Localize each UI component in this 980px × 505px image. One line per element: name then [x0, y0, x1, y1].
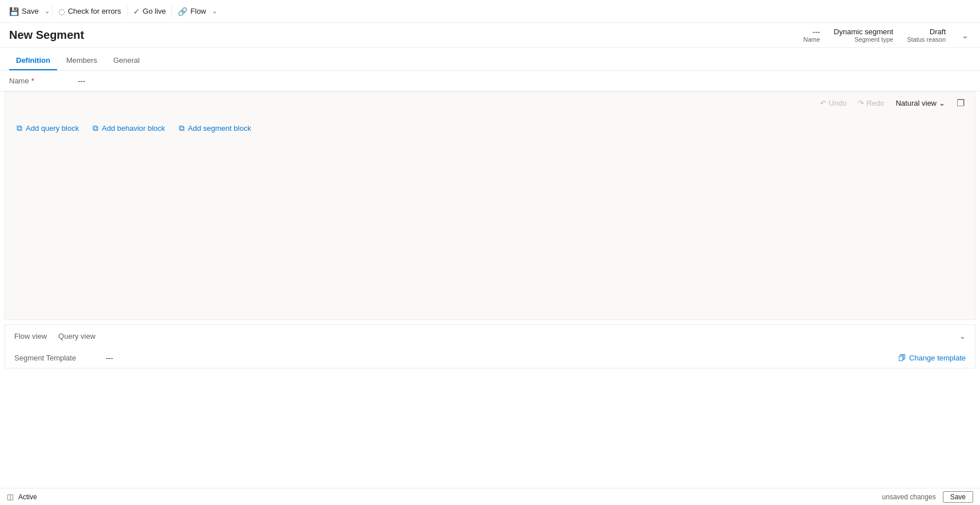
name-meta-value: ---	[813, 27, 820, 36]
status-bar-save-button[interactable]: Save	[943, 491, 973, 503]
natural-view-button[interactable]: Natural view ⌄	[892, 98, 949, 109]
page-header: New Segment --- Name Dynamic segment Seg…	[0, 23, 980, 48]
flow-icon: 🔗	[178, 7, 187, 16]
flow-dropdown-button[interactable]: ⌄	[211, 5, 218, 17]
add-segment-block-label: Add segment block	[188, 124, 251, 133]
undo-label: Undo	[829, 99, 846, 107]
segment-template-row: Segment Template --- 🗍 Change template	[5, 348, 975, 368]
undo-icon: ↶	[820, 99, 826, 107]
expand-canvas-button[interactable]: ❐	[953, 97, 968, 110]
header-expand-button[interactable]: ⌄	[959, 29, 971, 42]
name-field-value[interactable]: ---	[78, 77, 85, 85]
name-row: Name * ---	[0, 71, 980, 91]
canvas-toolbar: ↶ Undo ↷ Redo Natural view ⌄ ❐	[5, 92, 975, 114]
flow-button[interactable]: 🔗 Flow	[173, 5, 210, 18]
go-live-label: Go live	[143, 7, 166, 15]
redo-icon: ↷	[858, 99, 864, 107]
header-meta: --- Name Dynamic segment Segment type Dr…	[803, 27, 971, 43]
natural-view-chevron-icon: ⌄	[939, 99, 945, 107]
flow-label: Flow	[190, 7, 206, 15]
name-meta: --- Name	[803, 27, 820, 43]
name-meta-label: Name	[803, 36, 820, 43]
toolbar: 💾 Save ⌄ ◌ Check for errors ✓ Go live 🔗 …	[0, 0, 980, 23]
redo-label: Redo	[866, 99, 884, 107]
unsaved-changes-text: unsaved changes	[882, 493, 936, 501]
status-bar: ◫ Active unsaved changes Save	[0, 488, 980, 505]
segment-block-icon: ⧉	[179, 123, 185, 133]
go-live-icon: ✓	[133, 7, 140, 16]
page-title: New Segment	[9, 29, 84, 42]
status-left: ◫ Active	[7, 492, 37, 501]
bottom-chevron-icon: ⌄	[959, 332, 966, 340]
natural-view-label: Natural view	[895, 99, 937, 107]
add-behavior-block-button[interactable]: ⧉ Add behavior block	[93, 123, 165, 133]
bottom-tabs: Flow view Query view	[14, 330, 95, 343]
segment-type-meta: Dynamic segment Segment type	[834, 27, 893, 43]
add-behavior-block-label: Add behavior block	[102, 124, 165, 133]
check-errors-label: Check for errors	[68, 7, 121, 15]
bottom-section: Flow view Query view ⌄ Segment Template …	[5, 324, 975, 368]
canvas-body: ⧉ Add query block ⧉ Add behavior block ⧉…	[5, 114, 975, 142]
segment-template-label: Segment Template	[14, 354, 106, 362]
tab-general[interactable]: General	[106, 51, 146, 70]
status-reason-label: Status reason	[907, 36, 946, 43]
save-label: Save	[22, 7, 39, 15]
tab-bar: Definition Members General	[0, 48, 980, 71]
status-reason-meta: Draft Status reason	[907, 27, 946, 43]
change-template-icon: 🗍	[898, 354, 906, 362]
segment-template-value: ---	[106, 354, 898, 362]
behavior-block-icon: ⧉	[93, 123, 98, 133]
segment-type-value: Dynamic segment	[834, 27, 893, 36]
tab-members[interactable]: Members	[59, 51, 104, 70]
segment-type-label: Segment type	[854, 36, 893, 43]
status-reason-value: Draft	[930, 27, 946, 36]
add-query-block-label: Add query block	[26, 124, 79, 133]
separator-3	[171, 6, 172, 17]
save-button[interactable]: 💾 Save	[5, 5, 43, 18]
flow-view-tab[interactable]: Flow view	[14, 330, 47, 343]
change-template-label: Change template	[909, 354, 966, 362]
save-icon: 💾	[9, 7, 19, 16]
segment-canvas: ↶ Undo ↷ Redo Natural view ⌄ ❐ ⧉ Add que…	[5, 91, 975, 320]
undo-button[interactable]: ↶ Undo	[817, 98, 850, 109]
separator-2	[127, 6, 127, 17]
change-template-button[interactable]: 🗍 Change template	[898, 354, 966, 362]
status-grid-icon[interactable]: ◫	[7, 492, 14, 501]
status-text: Active	[18, 493, 37, 501]
check-errors-button[interactable]: ◌ Check for errors	[54, 5, 126, 18]
query-block-icon: ⧉	[17, 123, 22, 133]
bottom-section-header[interactable]: Flow view Query view ⌄	[5, 325, 975, 348]
check-errors-icon: ◌	[58, 7, 65, 16]
required-indicator: *	[31, 77, 34, 85]
redo-button[interactable]: ↷ Redo	[854, 98, 887, 109]
add-segment-block-button[interactable]: ⧉ Add segment block	[179, 123, 251, 133]
add-block-row: ⧉ Add query block ⧉ Add behavior block ⧉…	[17, 123, 963, 133]
separator-1	[52, 6, 53, 17]
name-field-label: Name *	[9, 77, 78, 85]
query-view-tab[interactable]: Query view	[58, 330, 95, 343]
expand-icon: ❐	[957, 98, 965, 108]
add-query-block-button[interactable]: ⧉ Add query block	[17, 123, 79, 133]
save-dropdown-button[interactable]: ⌄	[43, 5, 51, 17]
main-content: Name * --- ↶ Undo ↷ Redo Natural view ⌄ …	[0, 71, 980, 488]
status-right: unsaved changes Save	[882, 491, 973, 503]
go-live-button[interactable]: ✓ Go live	[129, 5, 170, 18]
tab-definition[interactable]: Definition	[9, 51, 57, 70]
